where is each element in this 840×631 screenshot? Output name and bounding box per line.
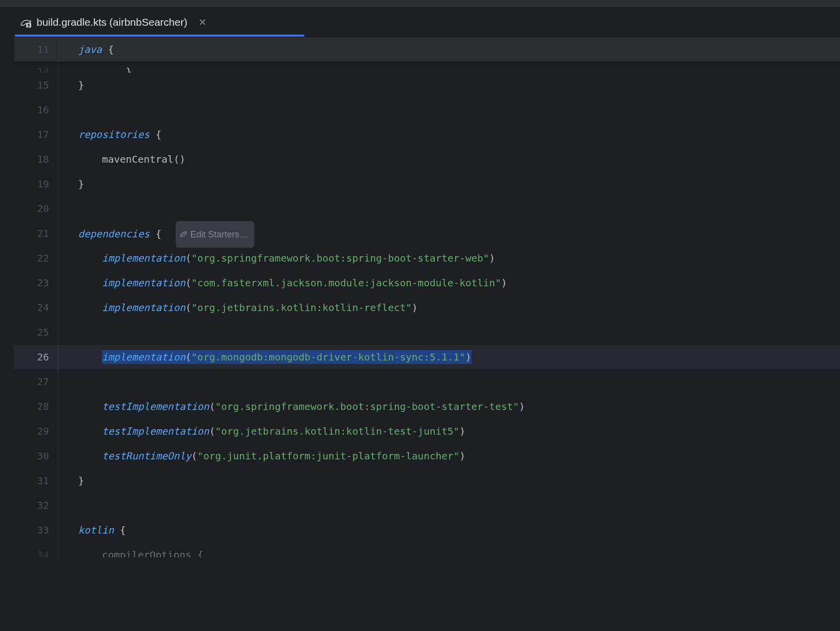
code-editor[interactable]: 11 java { 14 } 15 } 16 17 repositories {…: [0, 37, 840, 557]
code-row[interactable]: 29 testImplementation("org.jetbrains.kot…: [14, 419, 840, 444]
code-line[interactable]: }: [58, 73, 840, 97]
code-row[interactable]: 33 kotlin {: [14, 518, 840, 542]
line-number: 32: [14, 493, 58, 518]
line-number: 33: [14, 518, 58, 542]
line-number: 19: [14, 172, 58, 196]
code-line[interactable]: implementation("org.springframework.boot…: [58, 246, 840, 270]
code-line[interactable]: implementation("org.mongodb:mongodb-driv…: [58, 345, 840, 369]
code-line[interactable]: kotlin {: [58, 518, 840, 542]
code-row[interactable]: 20: [14, 196, 840, 221]
line-number: 20: [14, 196, 58, 221]
code-line[interactable]: [58, 493, 840, 518]
line-number: 11: [14, 37, 58, 62]
code-row[interactable]: 19 }: [14, 172, 840, 196]
code-row[interactable]: 21 dependencies { Edit Starters…: [14, 221, 840, 246]
code-row[interactable]: 23 implementation("com.fasterxml.jackson…: [14, 270, 840, 295]
gradle-kotlin-file-icon: [20, 16, 32, 28]
line-number: 14: [14, 62, 58, 73]
code-row[interactable]: 24 implementation("org.jetbrains.kotlin:…: [14, 295, 840, 320]
code-line[interactable]: dependencies { Edit Starters…: [58, 221, 840, 246]
line-number: 28: [14, 394, 58, 419]
code-line[interactable]: [58, 320, 840, 345]
code-row[interactable]: 22 implementation("org.springframework.b…: [14, 246, 840, 270]
close-tab-icon[interactable]: ✕: [198, 16, 207, 28]
code-line[interactable]: implementation("org.jetbrains.kotlin:kot…: [58, 295, 840, 320]
code-line[interactable]: [58, 97, 840, 122]
code-row[interactable]: 17 repositories {: [14, 122, 840, 147]
code-row[interactable]: 28 testImplementation("org.springframewo…: [14, 394, 840, 419]
code-line[interactable]: testImplementation("org.jetbrains.kotlin…: [58, 419, 840, 444]
editor-tab-bar: build.gradle.kts (airbnbSearcher) ✕: [0, 7, 840, 37]
code-line[interactable]: mavenCentral(): [58, 147, 840, 172]
code-line[interactable]: testRuntimeOnly("org.junit.platform:juni…: [58, 444, 840, 468]
line-number: 29: [14, 419, 58, 444]
code-line[interactable]: }: [58, 468, 840, 493]
code-row[interactable]: 30 testRuntimeOnly("org.junit.platform:j…: [14, 444, 840, 468]
active-tab-underline: [15, 35, 304, 37]
code-line[interactable]: }: [58, 62, 840, 73]
code-line[interactable]: java {: [58, 37, 840, 62]
line-number: 25: [14, 320, 58, 345]
line-number: 26: [14, 345, 58, 369]
code-row[interactable]: 16: [14, 97, 840, 122]
code-row[interactable]: 27: [14, 369, 840, 394]
code-line[interactable]: }: [58, 172, 840, 196]
line-number: 23: [14, 270, 58, 295]
code-row[interactable]: 14 }: [14, 62, 840, 73]
code-row[interactable]: 32: [14, 493, 840, 518]
code-row[interactable]: 25: [14, 320, 840, 345]
line-number: 31: [14, 468, 58, 493]
code-line[interactable]: [58, 369, 840, 394]
code-line[interactable]: repositories {: [58, 122, 840, 147]
spring-leaf-icon: [180, 230, 187, 238]
edit-starters-inlay[interactable]: Edit Starters…: [176, 221, 254, 248]
editor-tab-active[interactable]: build.gradle.kts (airbnbSearcher) ✕: [20, 7, 217, 37]
code-line[interactable]: compilerOptions {: [58, 542, 840, 557]
line-number: 34: [14, 542, 58, 557]
code-line[interactable]: testImplementation("org.springframework.…: [58, 394, 840, 419]
sticky-scroll-header[interactable]: 11 java {: [14, 37, 840, 62]
code-line[interactable]: implementation("com.fasterxml.jackson.mo…: [58, 270, 840, 295]
line-number: 18: [14, 147, 58, 172]
line-number: 24: [14, 295, 58, 320]
line-number: 17: [14, 122, 58, 147]
code-row-current[interactable]: 26 implementation("org.mongodb:mongodb-d…: [14, 345, 840, 369]
line-number: 27: [14, 369, 58, 394]
line-number: 22: [14, 246, 58, 270]
code-row[interactable]: 15 }: [14, 73, 840, 97]
code-row[interactable]: 31 }: [14, 468, 840, 493]
code-row[interactable]: 18 mavenCentral(): [14, 147, 840, 172]
line-number: 21: [14, 221, 58, 246]
line-number: 15: [14, 73, 58, 97]
line-number: 16: [14, 97, 58, 122]
editor-tab-filename: build.gradle.kts (airbnbSearcher): [37, 16, 187, 28]
code-row[interactable]: 34 compilerOptions {: [14, 542, 840, 557]
left-gutter-stripe: [0, 37, 14, 557]
line-number: 30: [14, 444, 58, 468]
title-bar-spacer: [0, 0, 840, 7]
code-line[interactable]: [58, 196, 840, 221]
